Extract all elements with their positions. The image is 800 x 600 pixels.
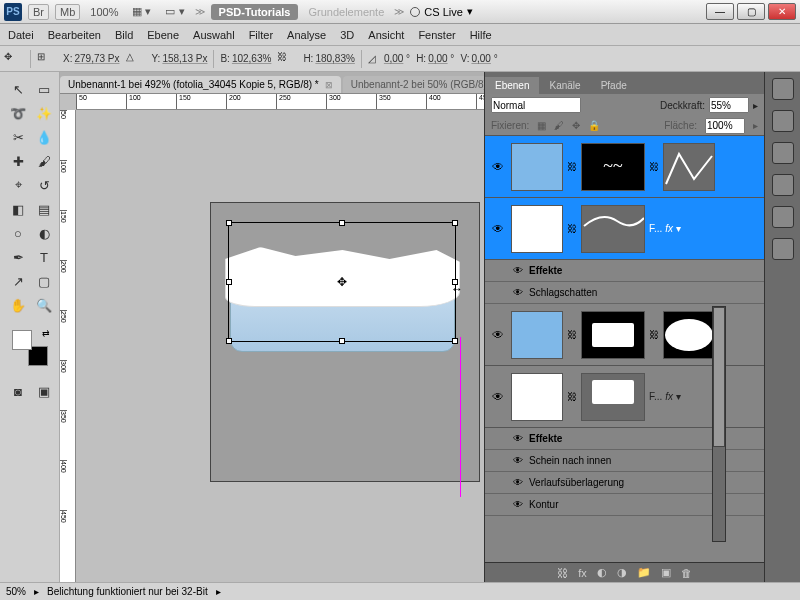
dock-panel-icon[interactable] bbox=[772, 78, 794, 100]
new-layer-icon[interactable]: ▣ bbox=[661, 566, 671, 579]
stamp-tool[interactable]: ⌖ bbox=[6, 174, 30, 196]
menu-item[interactable]: Bild bbox=[115, 29, 133, 41]
opt-vskew[interactable]: V:0,00 ° bbox=[460, 53, 497, 64]
delta-icon[interactable]: △ bbox=[126, 51, 146, 67]
fill-slider-icon[interactable]: ▸ bbox=[753, 120, 758, 131]
opt-hskew[interactable]: H:0,00 ° bbox=[416, 53, 454, 64]
opt-angle[interactable]: 0,00 ° bbox=[382, 53, 410, 64]
layer-thumb[interactable] bbox=[511, 143, 563, 191]
lock-all-icon[interactable]: 🔒 bbox=[588, 120, 600, 131]
visibility-icon[interactable]: 👁 bbox=[489, 160, 507, 174]
eyedropper-tool[interactable]: 💧 bbox=[32, 126, 56, 148]
mask-thumb[interactable] bbox=[581, 205, 645, 253]
maximize-button[interactable]: ▢ bbox=[737, 3, 765, 20]
document-tab[interactable]: Unbenannt-2 bei 50% (RGB/8) * bbox=[343, 76, 502, 93]
layer-row[interactable]: 👁 ⛓ ~~ ⛓ bbox=[485, 136, 764, 198]
crop-tool[interactable]: ✂ bbox=[6, 126, 30, 148]
dock-panel-icon[interactable] bbox=[772, 110, 794, 132]
dock-panel-icon[interactable] bbox=[772, 206, 794, 228]
layer-row[interactable]: 👁 ⛓ F... fx ▾ bbox=[485, 198, 764, 260]
document-tab-active[interactable]: Unbenannt-1 bei 492% (fotolia_34045 Kopi… bbox=[60, 76, 341, 93]
blend-mode-select[interactable] bbox=[491, 97, 581, 113]
lasso-tool[interactable]: ➰ bbox=[6, 102, 30, 124]
zoom-status[interactable]: 50% bbox=[6, 586, 26, 597]
brush-tool[interactable]: 🖌 bbox=[32, 150, 56, 172]
resize-handle-icon[interactable]: ↔ bbox=[451, 282, 463, 296]
fx-icon[interactable]: fx bbox=[578, 567, 587, 579]
zoom-tool[interactable]: 🔍 bbox=[32, 294, 56, 316]
menu-item[interactable]: Auswahl bbox=[193, 29, 235, 41]
vector-mask-thumb[interactable] bbox=[663, 143, 715, 191]
wand-tool[interactable]: ✨ bbox=[32, 102, 56, 124]
opacity-slider-icon[interactable]: ▸ bbox=[753, 100, 758, 111]
layer-fx-header[interactable]: 👁Effekte bbox=[485, 260, 764, 282]
opt-y[interactable]: Y:158,13 Px bbox=[152, 53, 208, 64]
mask-thumb[interactable] bbox=[581, 373, 645, 421]
fg-color-swatch[interactable] bbox=[12, 330, 32, 350]
adjustment-icon[interactable]: ◑ bbox=[617, 566, 627, 579]
layers-scrollbar[interactable] bbox=[712, 306, 726, 542]
mask-thumb[interactable]: ~~ bbox=[581, 143, 645, 191]
opacity-input[interactable] bbox=[709, 97, 749, 113]
lock-pixels-icon[interactable]: ▦ bbox=[537, 120, 546, 131]
layer-thumb[interactable] bbox=[511, 311, 563, 359]
path-tool[interactable]: ↗ bbox=[6, 270, 30, 292]
move-tool[interactable]: ↖ bbox=[6, 78, 30, 100]
screenmode-tool[interactable]: ▣ bbox=[32, 380, 56, 402]
dock-panel-icon[interactable] bbox=[772, 238, 794, 260]
menu-item[interactable]: Hilfe bbox=[470, 29, 492, 41]
visibility-icon[interactable]: 👁 bbox=[489, 328, 507, 342]
menu-item[interactable]: Filter bbox=[249, 29, 273, 41]
folder-icon[interactable]: 📁 bbox=[637, 566, 651, 579]
blur-tool[interactable]: ○ bbox=[6, 222, 30, 244]
opt-w[interactable]: B:102,63% bbox=[220, 53, 271, 64]
cslive-button[interactable]: CS Live ▾ bbox=[410, 5, 473, 18]
heal-tool[interactable]: ✚ bbox=[6, 150, 30, 172]
view-mode-icon[interactable]: ▦ ▾ bbox=[128, 4, 155, 19]
minibridge-launcher[interactable]: Mb bbox=[55, 4, 80, 20]
shape-tool[interactable]: ▢ bbox=[32, 270, 56, 292]
mask-thumb[interactable] bbox=[581, 311, 645, 359]
menu-item[interactable]: 3D bbox=[340, 29, 354, 41]
layer-thumb[interactable] bbox=[511, 205, 563, 253]
opt-x[interactable]: X:279,73 Px bbox=[63, 53, 120, 64]
screen-mode-icon[interactable]: ▭ ▾ bbox=[161, 4, 188, 19]
gradient-tool[interactable]: ▤ bbox=[32, 198, 56, 220]
link-icon[interactable]: ⛓ bbox=[277, 51, 297, 67]
history-brush-tool[interactable]: ↺ bbox=[32, 174, 56, 196]
close-button[interactable]: ✕ bbox=[768, 3, 796, 20]
mask-icon[interactable]: ◐ bbox=[597, 566, 607, 579]
app-logo[interactable]: PS bbox=[4, 3, 22, 21]
guide-vertical[interactable] bbox=[460, 337, 461, 497]
layer-thumb[interactable] bbox=[511, 373, 563, 421]
visibility-icon[interactable]: 👁 bbox=[489, 222, 507, 236]
move-tool-icon[interactable]: ✥ bbox=[4, 51, 24, 67]
panel-tab-layers[interactable]: Ebenen bbox=[485, 77, 539, 94]
lock-move-icon[interactable]: ✥ bbox=[572, 120, 580, 131]
dodge-tool[interactable]: ◐ bbox=[32, 222, 56, 244]
panel-tab-paths[interactable]: Pfade bbox=[591, 77, 637, 94]
opt-h[interactable]: H:180,83% bbox=[303, 53, 354, 64]
titlebar-zoom[interactable]: 100% bbox=[86, 5, 122, 19]
menu-item[interactable]: Ebene bbox=[147, 29, 179, 41]
swap-colors-icon[interactable]: ⇄ bbox=[42, 328, 50, 338]
menu-item[interactable]: Datei bbox=[8, 29, 34, 41]
transform-box[interactable]: ✥ ↔ bbox=[228, 222, 456, 342]
pen-tool[interactable]: ✒ bbox=[6, 246, 30, 268]
panel-tab-channels[interactable]: Kanäle bbox=[539, 77, 590, 94]
lock-brush-icon[interactable]: 🖌 bbox=[554, 120, 564, 131]
minimize-button[interactable]: — bbox=[706, 3, 734, 20]
eraser-tool[interactable]: ◧ bbox=[6, 198, 30, 220]
menu-item[interactable]: Ansicht bbox=[368, 29, 404, 41]
menu-item[interactable]: Fenster bbox=[418, 29, 455, 41]
layer-fx-item[interactable]: 👁Schlagschatten bbox=[485, 282, 764, 304]
link-layers-icon[interactable]: ⛓ bbox=[557, 567, 568, 579]
vector-mask-thumb[interactable] bbox=[663, 311, 715, 359]
ruler-vertical[interactable]: 50100150200250300350400450 bbox=[60, 110, 76, 582]
visibility-icon[interactable]: 👁 bbox=[489, 390, 507, 404]
color-swatches[interactable]: ⇄ bbox=[10, 328, 50, 368]
workspace-button[interactable]: PSD-Tutorials bbox=[211, 4, 299, 20]
marquee-tool[interactable]: ▭ bbox=[32, 78, 56, 100]
fill-input[interactable] bbox=[705, 118, 745, 134]
type-tool[interactable]: T bbox=[32, 246, 56, 268]
